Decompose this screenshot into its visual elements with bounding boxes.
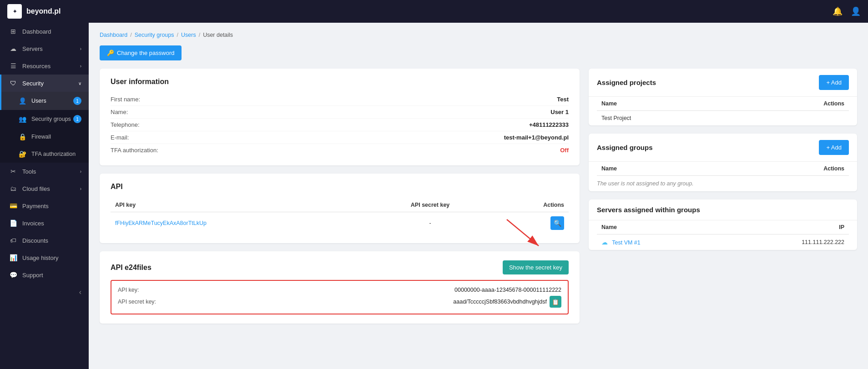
sidebar-item-security-groups[interactable]: 👥 Security groups 1 xyxy=(0,110,89,128)
security-groups-badge: 1 xyxy=(73,115,81,123)
api-e24files-secret-value: aaad/TcccccjSbf83663vbdhdhvghjdsf 📋 xyxy=(453,296,561,308)
firstname-value: Test xyxy=(557,96,569,103)
chevron-right-icon: › xyxy=(80,64,81,69)
projects-col-name: Name xyxy=(597,97,739,111)
user-info-email: E-mail: test-mail+1@beyond.pl xyxy=(111,131,569,144)
main-content: Dashboard / Security groups / Users / Us… xyxy=(89,23,868,369)
tools-icon: ✂ xyxy=(9,168,18,175)
servers-within-groups-title: Servers assigned within groups xyxy=(597,206,700,214)
servers-within-groups-header: Servers assigned within groups xyxy=(589,199,857,220)
api-secret-value: - xyxy=(368,212,492,234)
add-project-button[interactable]: + Add xyxy=(819,75,849,90)
show-secret-key-button[interactable]: Show the secret key xyxy=(503,260,569,274)
api-e24files-copy-button[interactable]: 📋 xyxy=(550,296,561,308)
assigned-groups-header: Assigned groups + Add xyxy=(589,134,857,162)
name-label: Name: xyxy=(111,109,192,115)
two-col-layout: User information First name: Test Name: … xyxy=(100,69,857,332)
bell-icon[interactable]: 🔔 xyxy=(833,6,843,16)
email-value: test-mail+1@beyond.pl xyxy=(504,134,569,141)
groups-empty-row: The user is not assigned to any group. xyxy=(597,176,849,192)
sidebar-item-users[interactable]: 👤 Users 1 xyxy=(0,92,89,110)
assigned-groups-title: Assigned groups xyxy=(597,144,653,151)
api-col-key: API key xyxy=(111,198,368,212)
sidebar-item-tfa[interactable]: 🔐 TFA authorization xyxy=(0,145,89,163)
user-info-name: Name: User 1 xyxy=(111,106,569,119)
sidebar-item-firewall[interactable]: 🔒 Firewall xyxy=(0,128,89,145)
sidebar-label-discounts: Discounts xyxy=(22,237,48,244)
user-info-tfa: TFA authorization: Off xyxy=(111,144,569,156)
sidebar-label-resources: Resources xyxy=(22,63,50,70)
email-label: E-mail: xyxy=(111,134,192,141)
security-submenu: 👤 Users 1 👥 Security groups 1 🔒 Firewall… xyxy=(0,92,89,163)
api-col-secret: API secret key xyxy=(368,198,492,212)
sidebar-item-security[interactable]: 🛡 Security ∨ xyxy=(0,75,89,92)
api-e24files-key-row: API key: 00000000-aaaa-12345678-00001111… xyxy=(118,285,561,294)
servers-within-groups-card: Servers assigned within groups Name IP xyxy=(589,199,857,250)
security-groups-icon: 👥 xyxy=(18,115,27,123)
add-group-button[interactable]: + Add xyxy=(819,140,849,155)
api-e24files-highlighted: API key: 00000000-aaaa-12345678-00001111… xyxy=(111,280,569,314)
tfa-label: TFA authorization: xyxy=(111,147,192,154)
breadcrumb-dashboard[interactable]: Dashboard xyxy=(100,32,127,38)
api-table: API key API secret key Actions fFHiyEkAR… xyxy=(111,198,569,234)
project-row: Test Project xyxy=(597,111,849,126)
user-avatar-icon[interactable]: 👤 xyxy=(851,6,861,16)
assigned-groups-card: Assigned groups + Add Name Actions xyxy=(589,134,857,191)
servers-col-ip: IP xyxy=(718,220,849,234)
firewall-icon: 🔒 xyxy=(18,133,27,140)
server-name-link[interactable]: Test VM #1 xyxy=(612,239,641,246)
sidebar-collapse-button[interactable]: ‹ xyxy=(0,284,89,301)
sidebar-label-security: Security xyxy=(22,80,44,87)
sidebar-item-resources[interactable]: ☰ Resources › xyxy=(0,57,89,75)
sidebar-label-users: Users xyxy=(31,98,46,104)
sidebar-item-servers[interactable]: ☁ Servers › xyxy=(0,40,89,57)
security-icon: 🛡 xyxy=(9,80,18,87)
api-view-button[interactable]: 🔍 xyxy=(550,216,564,230)
cloud-files-icon: 🗂 xyxy=(9,185,18,192)
api-key-value: fFHiyEkARMeTucyEkAxA8orTtLkUp xyxy=(111,212,368,234)
servers-col-name: Name xyxy=(597,220,718,234)
api-col-actions: Actions xyxy=(492,198,569,212)
firstname-label: First name: xyxy=(111,96,192,103)
sidebar-item-tools[interactable]: ✂ Tools › xyxy=(0,163,89,180)
user-info-card: User information First name: Test Name: … xyxy=(100,69,580,165)
main-wrapper: ⊞ Dashboard ☁ Servers › ☰ Resources › 🛡 … xyxy=(0,23,868,369)
api-e24files-card: API e24files Show the secret key xyxy=(100,251,580,324)
topbar-logo: ✦ beyond.pl xyxy=(7,4,96,19)
sidebar-item-dashboard[interactable]: ⊞ Dashboard xyxy=(0,23,89,40)
sidebar-item-cloud-files[interactable]: 🗂 Cloud files › xyxy=(0,180,89,197)
server-name: ☁ Test VM #1 xyxy=(597,234,718,250)
name-value: User 1 xyxy=(550,109,569,115)
chevron-down-icon: ∨ xyxy=(78,81,81,86)
api-table-row: fFHiyEkARMeTucyEkAxA8orTtLkUp - 🔍 xyxy=(111,212,569,234)
payments-icon: 💳 xyxy=(9,202,18,209)
telephone-value: +48111222333 xyxy=(529,121,569,128)
sidebar-label-firewall: Firewall xyxy=(31,134,51,140)
change-password-button[interactable]: 🔑 Change the password xyxy=(100,45,182,60)
sidebar-item-invoices[interactable]: 📄 Invoices xyxy=(0,214,89,232)
breadcrumb-users[interactable]: Users xyxy=(181,32,196,38)
groups-col-actions: Actions xyxy=(711,162,849,176)
servers-within-groups-body: Name IP ☁ Test VM #1 1 xyxy=(589,220,857,250)
breadcrumb: Dashboard / Security groups / Users / Us… xyxy=(100,32,857,38)
sidebar: ⊞ Dashboard ☁ Servers › ☰ Resources › 🛡 … xyxy=(0,23,89,369)
assigned-projects-body: Name Actions Test Project xyxy=(589,97,857,125)
sidebar-item-support[interactable]: 💬 Support xyxy=(0,266,89,284)
project-actions xyxy=(739,111,849,126)
breadcrumb-current: User details xyxy=(203,32,233,38)
chevron-right-icon: › xyxy=(80,46,81,51)
servers-icon: ☁ xyxy=(9,45,18,52)
breadcrumb-security-groups[interactable]: Security groups xyxy=(135,32,174,38)
right-column: Assigned projects + Add Name Actions xyxy=(589,69,857,332)
server-ip: 111.111.222.222 xyxy=(718,234,849,250)
user-info-title: User information xyxy=(111,78,569,86)
api-e24files-secret-row: API secret key: aaad/TcccccjSbf83663vbdh… xyxy=(118,294,561,309)
sidebar-label-invoices: Invoices xyxy=(22,220,44,227)
servers-within-groups-table: Name IP ☁ Test VM #1 1 xyxy=(597,220,849,250)
sidebar-item-payments[interactable]: 💳 Payments xyxy=(0,197,89,214)
tfa-icon: 🔐 xyxy=(18,150,27,158)
sidebar-item-usage-history[interactable]: 📊 Usage history xyxy=(0,249,89,266)
users-badge: 1 xyxy=(73,97,81,105)
api-e24files-title: API e24files xyxy=(111,264,151,272)
sidebar-item-discounts[interactable]: 🏷 Discounts xyxy=(0,232,89,249)
